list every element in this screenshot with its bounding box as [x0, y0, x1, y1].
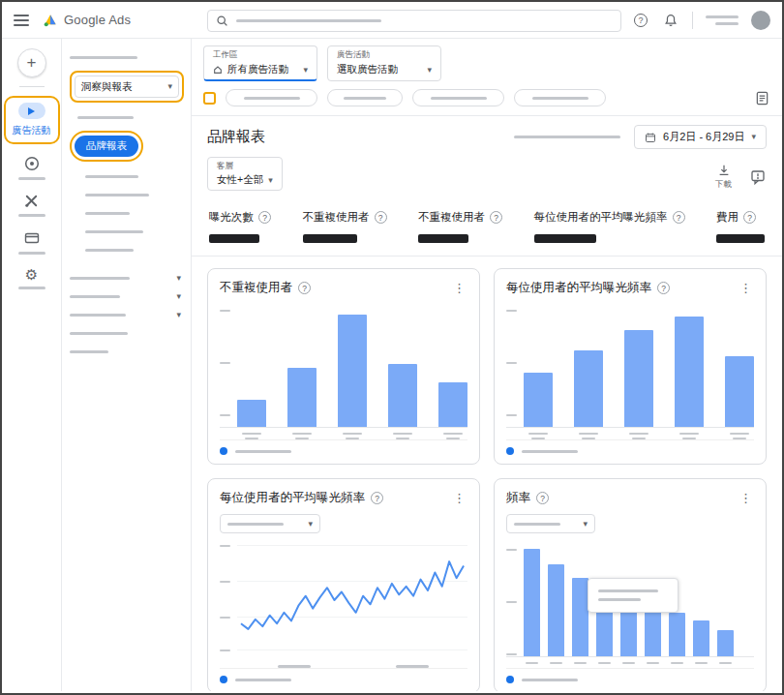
sidebar-expandable-item[interactable]: ▾	[70, 306, 183, 324]
x-axis-labels	[506, 662, 754, 664]
metric-value-redacted	[303, 234, 357, 243]
report-editor-icon[interactable]	[753, 89, 770, 106]
legend-label-redacted	[522, 679, 578, 681]
sidebar-item-redacted[interactable]	[85, 167, 183, 186]
info-icon[interactable]: ?	[371, 492, 383, 504]
date-range-picker[interactable]: 6月2日 - 6月29日 ▾	[634, 125, 767, 149]
chart-card-unique-users: 不重複使用者 ? ⋮	[207, 268, 480, 465]
info-icon[interactable]: ?	[673, 211, 685, 224]
menu-icon[interactable]	[14, 15, 29, 26]
x-label-redacted	[624, 433, 653, 439]
x-axis-labels	[506, 433, 754, 439]
page-title: 品牌報表	[207, 128, 265, 146]
info-icon[interactable]: ?	[375, 211, 387, 224]
campaign-chip-value: 選取廣告活動	[337, 63, 398, 76]
chevron-down-icon: ▾	[176, 274, 181, 283]
sidebar-item-redacted[interactable]	[77, 108, 183, 127]
chart-bar	[524, 549, 540, 656]
metric-label: 不重複使用者	[303, 210, 370, 225]
filter-pill-redacted[interactable]	[226, 89, 317, 106]
sidebar-item-tools[interactable]	[15, 191, 49, 219]
nav-rail: + 廣告活動 ⚙	[2, 39, 62, 691]
chart-bar	[438, 382, 467, 427]
feedback-icon[interactable]	[749, 168, 767, 186]
legend-label-redacted	[235, 450, 291, 453]
info-icon[interactable]: ?	[298, 282, 311, 294]
home-icon	[213, 65, 223, 75]
sidebar-item-redacted[interactable]	[85, 241, 183, 259]
download-button[interactable]: 下載	[715, 164, 732, 191]
x-label-redacted	[572, 662, 588, 664]
kebab-menu-icon[interactable]: ⋮	[451, 491, 467, 505]
card-title: 不重複使用者	[220, 280, 292, 296]
x-label-redacted	[645, 662, 661, 664]
chart-cards-grid: 不重複使用者 ? ⋮ 每位	[192, 257, 782, 691]
divider	[19, 86, 45, 87]
workspace-chip[interactable]: 工作區 所有廣告活動 ▾	[203, 45, 317, 81]
report-toolbar: 客層 女性+全部 ▾ 下載	[192, 155, 782, 199]
report-pills-row	[192, 85, 782, 116]
chevron-down-icon: ▾	[268, 176, 273, 185]
create-button[interactable]: +	[17, 48, 46, 77]
avatar[interactable]	[751, 11, 770, 30]
select-value-redacted	[514, 523, 560, 526]
metric-label: 曝光次數	[209, 210, 254, 225]
metric-impressions: 曝光次數?	[209, 210, 271, 243]
sidebar-expandable-item[interactable]: ▾	[70, 287, 183, 306]
brand-report-label: 品牌報表	[86, 139, 127, 153]
info-icon[interactable]: ?	[536, 492, 549, 504]
kebab-menu-icon[interactable]: ⋮	[451, 281, 467, 295]
divider	[692, 12, 693, 29]
bar-series	[237, 315, 467, 427]
metric-select-dropdown[interactable]: ▾	[220, 514, 320, 533]
sidebar-item-redacted[interactable]	[70, 343, 183, 361]
sidebar-item-brand-report[interactable]: 品牌報表	[75, 136, 138, 157]
chevron-down-icon: ▾	[303, 66, 308, 75]
header-text-redacted	[514, 136, 620, 138]
filter-pill-redacted[interactable]	[514, 89, 606, 106]
sidebar-item-billing[interactable]	[15, 227, 49, 257]
sidebar-item-redacted[interactable]	[85, 223, 183, 241]
metric-select-dropdown[interactable]: ▾	[506, 514, 595, 533]
sidebar-item-redacted[interactable]	[70, 324, 183, 343]
chevron-down-icon: ▾	[176, 292, 181, 301]
highlight-marker	[203, 92, 216, 105]
bar-series	[524, 317, 754, 427]
filter-pill-redacted[interactable]	[327, 89, 403, 106]
segment-filter-chip[interactable]: 客層 女性+全部 ▾	[207, 157, 283, 191]
campaigns-highlight-outline: 廣告活動	[4, 96, 60, 144]
sidebar-expandable-item[interactable]: ▾	[70, 269, 183, 287]
sidebar-item-admin[interactable]: ⚙	[15, 265, 49, 291]
chart-tooltip	[588, 578, 678, 613]
x-axis-labels	[220, 659, 467, 668]
filter-pill-redacted[interactable]	[412, 89, 504, 106]
sidebar-item-goals[interactable]	[15, 153, 49, 182]
info-icon[interactable]: ?	[743, 211, 756, 224]
metric-value-redacted	[209, 234, 259, 243]
plus-icon: +	[27, 53, 37, 73]
chevron-down-icon: ▾	[167, 82, 172, 91]
chart-bar	[548, 564, 564, 656]
x-label-redacted	[524, 662, 540, 664]
rail-label-redacted	[18, 214, 45, 217]
sidebar-item-redacted[interactable]	[85, 204, 183, 223]
insights-reports-dropdown[interactable]: 洞察與報表 ▾	[75, 76, 179, 98]
sidebar-item-campaigns[interactable]: 廣告活動	[9, 101, 55, 139]
notifications-icon[interactable]	[662, 12, 679, 29]
sidebar-item-redacted[interactable]	[70, 48, 183, 67]
rail-label-redacted	[18, 177, 45, 180]
insights-dropdown-highlight: 洞察與報表 ▾	[70, 71, 184, 103]
campaign-chip[interactable]: 廣告活動 選取廣告活動 ▾	[327, 45, 441, 81]
kebab-menu-icon[interactable]: ⋮	[738, 281, 754, 295]
sidebar-item-redacted[interactable]	[85, 186, 183, 204]
workspace-chip-label: 工作區	[213, 49, 308, 61]
info-icon[interactable]: ?	[490, 211, 502, 224]
help-icon[interactable]: ?	[632, 12, 649, 29]
search-input[interactable]	[207, 10, 621, 32]
card-title: 每位使用者的平均曝光頻率	[220, 490, 365, 506]
sidebar: 洞察與報表 ▾ 品牌報表 ▾ ▾ ▾	[62, 39, 192, 691]
date-range-value: 6月2日 - 6月29日	[663, 130, 744, 144]
info-icon[interactable]: ?	[258, 211, 271, 224]
kebab-menu-icon[interactable]: ⋮	[738, 491, 754, 505]
info-icon[interactable]: ?	[657, 282, 670, 294]
